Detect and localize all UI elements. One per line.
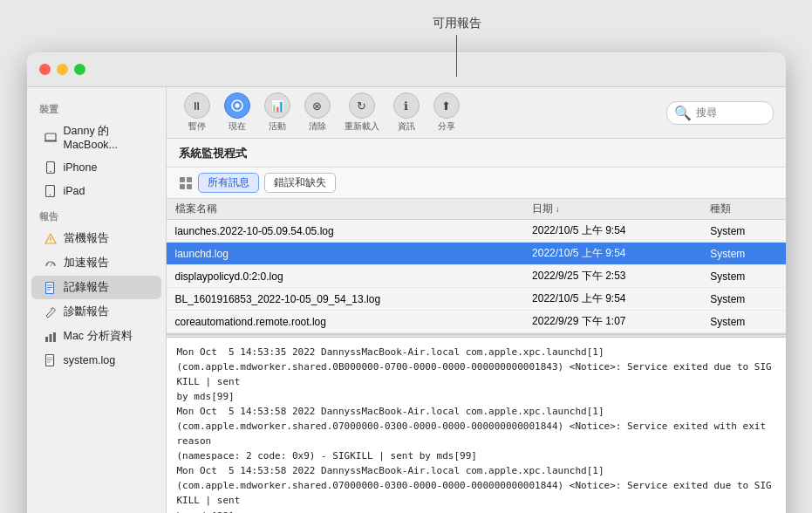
main-content: 裝置 Danny 的 MacBook... iPhone [27,87,786,513]
sidebar-mac-analysis-label: Mac 分析資料 [64,329,133,344]
share-label: 分享 [438,120,455,133]
main-window: 裝置 Danny 的 MacBook... iPhone [27,52,786,513]
cell-name-3: BL_1601916853_2022-10-05_09_54_13.log [167,288,524,311]
table-header-row: 檔案名稱 日期 種類 [167,199,786,220]
titlebar [27,52,786,87]
cell-date-4: 2022/9/29 下午 1:07 [523,311,701,333]
file-table-container: 檔案名稱 日期 種類 launches.2022-10-05.09.54.05.… [167,199,786,334]
sidebar-ipad-label: iPad [64,185,85,197]
table-row[interactable]: BL_1601916853_2022-10-05_09_54_13.log202… [167,288,786,311]
search-container: 🔍 [666,101,774,125]
table-row[interactable]: launches.2022-10-05.09.54.05.log2022/10/… [167,220,786,243]
table-row[interactable]: displaypolicyd.0:2:0.log2022/9/25 下午 2:5… [167,265,786,288]
minimize-button[interactable] [57,64,68,75]
speedometer-icon [44,256,58,270]
right-panel: ⏸ 暫停 現在 📊 活動 ⊗ [167,87,786,513]
cell-name-1: launchd.log [167,243,524,265]
warning-icon [44,232,58,246]
cell-type-1: System [701,243,785,265]
svg-rect-13 [45,337,48,342]
info-button[interactable]: ℹ [393,92,420,119]
cell-name-4: coreautomationd.remote.root.log [167,311,524,333]
now-label: 現在 [229,120,246,133]
file-icon [44,353,58,367]
reload-button[interactable]: ↻ [349,92,375,119]
search-icon: 🔍 [674,105,692,121]
reload-group: ↻ 重新載入 [345,92,379,133]
sidebar-item-machine-report[interactable]: 當機報告 [31,227,161,250]
pause-group: ⏸ 暫停 [184,92,210,133]
maximize-button[interactable] [74,64,85,75]
table-row[interactable]: launchd.log2022/10/5 上午 9:54System [167,243,786,265]
toolbar: ⏸ 暫停 現在 📊 活動 ⊗ [167,87,786,139]
filter-bar: 所有訊息 錯誤和缺失 [167,168,786,199]
reports-section-label: 報告 [27,203,166,226]
sidebar-diag-report-label: 診斷報告 [64,304,109,319]
cell-date-1: 2022/10/5 上午 9:54 [523,243,701,265]
file-table: 檔案名稱 日期 種類 launches.2022-10-05.09.54.05.… [167,199,786,333]
sidebar-item-log-report[interactable]: 記錄報告 [31,276,161,299]
search-input[interactable] [696,106,766,119]
wrench-icon [44,305,58,319]
traffic-lights [39,64,85,75]
filter-all-button[interactable]: 所有訊息 [198,173,259,193]
cell-type-4: System [701,311,785,333]
sidebar-item-iphone[interactable]: iPhone [31,156,161,179]
svg-point-3 [50,171,51,173]
sidebar-log-report-label: 記錄報告 [64,280,109,295]
activity-group: 📊 活動 [264,92,290,133]
col-date-header[interactable]: 日期 [523,199,701,220]
tablet-icon [44,184,58,198]
svg-rect-0 [45,133,56,140]
sidebar-iphone-label: iPhone [64,161,98,174]
pause-label: 暫停 [188,120,206,133]
document-icon [44,281,58,295]
clear-group: ⊗ 清除 [304,92,331,133]
cell-type-0: System [701,220,785,243]
sidebar-item-ipad[interactable]: iPad [31,180,161,202]
panel-title: 系統監視程式 [167,139,786,168]
close-button[interactable] [39,64,51,75]
col-type-header[interactable]: 種類 [701,199,785,220]
cell-date-0: 2022/10/5 上午 9:54 [523,220,701,243]
svg-point-5 [50,195,51,196]
sidebar-item-speed-report[interactable]: 加速報告 [31,251,161,275]
col-name-header[interactable]: 檔案名稱 [167,199,524,220]
svg-rect-14 [49,334,51,342]
clear-button[interactable]: ⊗ [304,92,331,119]
pause-button[interactable]: ⏸ [184,92,210,119]
cell-name-0: launches.2022-10-05.09.54.05.log [167,220,524,243]
svg-rect-16 [45,355,53,366]
sidebar-macbook-label: Danny 的 MacBook... [64,124,149,151]
svg-point-21 [235,104,239,108]
now-button[interactable] [224,92,250,119]
annotation-top: 可用報告 [433,16,481,77]
clear-label: 清除 [309,120,326,133]
sidebar: 裝置 Danny 的 MacBook... iPhone [27,87,167,513]
svg-rect-15 [53,332,56,342]
activity-button[interactable]: 📊 [264,92,290,119]
sidebar-machine-report-label: 當機報告 [64,231,109,246]
svg-rect-24 [180,184,185,189]
sidebar-item-mac-analysis[interactable]: Mac 分析資料 [31,325,161,348]
file-table-body: launches.2022-10-05.09.54.05.log2022/10/… [167,220,786,333]
sidebar-item-system-log[interactable]: system.log [31,349,161,372]
sidebar-item-macbook[interactable]: Danny 的 MacBook... [31,120,161,155]
now-group: 現在 [224,92,250,133]
phone-icon [44,161,58,174]
info-group: ℹ 資訊 [393,92,420,133]
devices-section-label: 裝置 [27,96,166,119]
cell-date-2: 2022/9/25 下午 2:53 [523,265,701,288]
table-row[interactable]: coreautomationd.remote.root.log2022/9/29… [167,311,786,333]
sidebar-item-diag-report[interactable]: 診斷報告 [31,300,161,324]
svg-point-7 [50,241,51,242]
laptop-icon [44,131,58,145]
log-content: Mon Oct 5 14:53:35 2022 DannyssMacBook-A… [167,338,786,513]
svg-rect-22 [180,177,185,182]
sidebar-system-log-label: system.log [64,354,116,366]
share-button[interactable]: ⬆ [433,92,460,119]
share-group: ⬆ 分享 [433,92,460,133]
reload-label: 重新載入 [345,120,379,133]
bar-chart-icon [44,330,58,344]
filter-error-button[interactable]: 錯誤和缺失 [264,173,336,193]
